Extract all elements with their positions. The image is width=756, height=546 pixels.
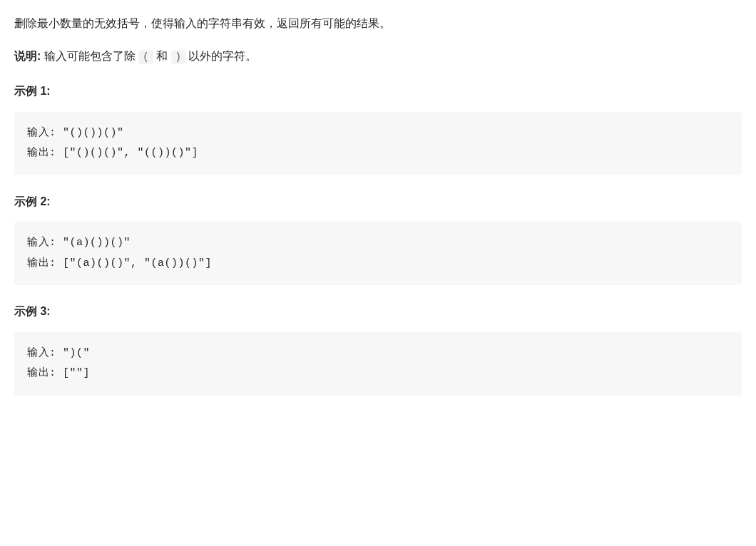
note-text-after: 以外的字符。 bbox=[185, 50, 257, 62]
inline-code-close-paren: ) bbox=[171, 50, 185, 64]
example-1-title: 示例 1: bbox=[14, 82, 742, 101]
note-text-before: 输入可能包含了除 bbox=[44, 50, 138, 62]
example-3-code: 输入: ")(" 输出: [""] bbox=[14, 332, 742, 396]
problem-intro: 删除最小数量的无效括号，使得输入的字符串有效，返回所有可能的结果。 bbox=[14, 14, 742, 33]
problem-note: 说明: 输入可能包含了除 ( 和 ) 以外的字符。 bbox=[14, 47, 742, 66]
example-1-code: 输入: "()())()" 输出: ["()()()", "(())()"] bbox=[14, 112, 742, 175]
example-2-title: 示例 2: bbox=[14, 192, 742, 211]
note-text-mid: 和 bbox=[153, 50, 171, 62]
example-3-title: 示例 3: bbox=[14, 302, 742, 321]
note-label: 说明: bbox=[14, 50, 44, 62]
inline-code-open-paren: ( bbox=[138, 50, 153, 64]
example-2-code: 输入: "(a)())()" 输出: ["(a)()()", "(a())()"… bbox=[14, 222, 742, 285]
